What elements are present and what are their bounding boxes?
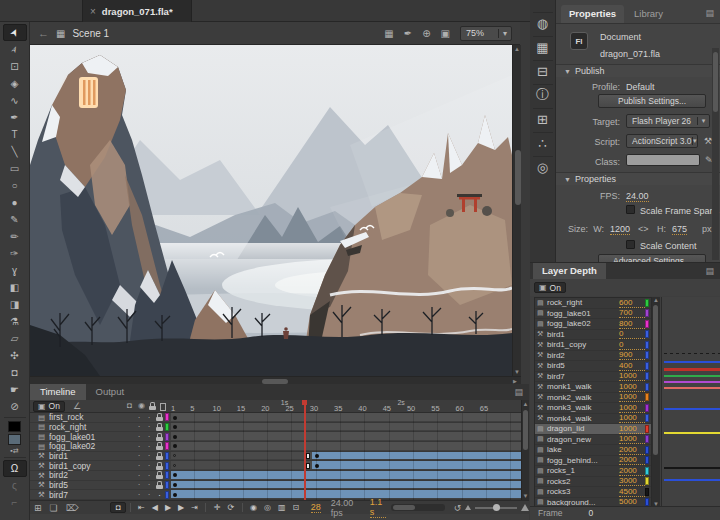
ink-bottle-tool[interactable]: ◨ (3, 296, 27, 313)
motion-presets-panel-icon[interactable]: ∴ (533, 132, 553, 150)
timeline-zoom-slider[interactable] (475, 507, 517, 509)
width-value[interactable]: 1200 (610, 224, 630, 235)
delete-layer-button[interactable]: ⌦ (62, 503, 83, 513)
layer-frames-row[interactable] (171, 432, 521, 442)
center-stage-icon[interactable]: ⊕ (419, 28, 433, 39)
tab-timeline[interactable]: Timeline (30, 384, 86, 400)
oval-tool[interactable]: ○ (3, 177, 27, 194)
layer-depth-row[interactable]: ▤fogg_behind...2000 (535, 456, 651, 467)
camera-toggle[interactable]: · (134, 422, 144, 431)
stage-canvas[interactable] (30, 45, 512, 376)
loop-button[interactable]: ⟳ (224, 503, 238, 512)
layer-depth-value[interactable]: 2000 (619, 466, 645, 476)
layer-depth-color-chip[interactable] (645, 330, 649, 338)
camera-toggle[interactable]: · (134, 480, 144, 489)
layer-depth-color-chip[interactable] (645, 362, 649, 370)
layer-depth-color-chip[interactable] (645, 320, 649, 328)
document-tab[interactable]: × dragon_071.fla* (82, 0, 192, 22)
paint-brush-tool[interactable]: ✑ (3, 245, 27, 262)
layer-row[interactable]: ⚒bird7··· (30, 490, 171, 500)
layer-depth-value[interactable]: 1000 (619, 382, 645, 392)
lock-toggle[interactable] (154, 452, 165, 460)
edit-scene-icon[interactable]: ▦ (381, 28, 396, 39)
object-drawing-toggle[interactable]: Ω (3, 460, 27, 477)
frame-rate-label[interactable]: 24.00 fps (331, 498, 362, 518)
layer-depth-color-chip[interactable] (645, 351, 649, 359)
zoom-out-frames-icon[interactable] (465, 505, 471, 510)
back-arrow-icon[interactable]: ← (38, 27, 49, 39)
camera-toggle[interactable]: · (134, 451, 144, 460)
new-folder-button[interactable]: ❏ (46, 503, 62, 513)
layer-depth-color-chip[interactable] (645, 435, 649, 443)
visibility-toggle[interactable]: · (144, 461, 154, 470)
layer-depth-value[interactable]: 1000 (619, 424, 645, 434)
visibility-toggle[interactable]: · (144, 432, 154, 441)
layer-depth-row[interactable]: ▤rocks_12000 (535, 466, 651, 477)
layer-depth-value[interactable]: 600 (619, 298, 645, 308)
layer-depth-value[interactable]: 2000 (619, 445, 645, 455)
lock-toggle[interactable] (154, 462, 165, 470)
oval-primitive-tool[interactable]: ● (3, 194, 27, 211)
camera-toggle[interactable]: · (134, 442, 144, 451)
edit-multiple-frames-button[interactable]: ▥ (275, 503, 290, 512)
layer-depth-row[interactable]: ▤rocks23000 (535, 477, 651, 488)
layer-depth-row[interactable]: ⚒bird71000 (535, 372, 651, 383)
visibility-toggle[interactable]: · (144, 471, 154, 480)
layer-frames-row[interactable] (171, 471, 521, 481)
visibility-toggle[interactable]: · (144, 490, 154, 499)
layer-depth-color-chip[interactable] (645, 488, 649, 496)
layer-depth-panel-menu-icon[interactable]: ▤ (705, 266, 714, 276)
layer-depth-row[interactable]: ⚒monk4_walk1000 (535, 414, 651, 425)
lock-toggle[interactable] (154, 423, 165, 431)
selection-tool[interactable]: ➤ (3, 24, 27, 41)
layer-depth-on-button[interactable]: ▣ On (534, 282, 566, 293)
layer-depth-value[interactable]: 2000 (619, 455, 645, 465)
camera-tool[interactable]: ◘ (3, 364, 27, 381)
layer-depth-value[interactable]: 0 (619, 329, 645, 339)
visibility-toggle[interactable]: · (144, 451, 154, 460)
lock-toggle[interactable] (154, 471, 165, 479)
layer-depth-row[interactable]: ▤rock_right600 (535, 298, 651, 309)
smooth-option[interactable]: ς (3, 477, 27, 494)
layer-depth-color-chip[interactable] (645, 425, 649, 433)
layer-depth-row[interactable]: ⚒bird1_copy0 (535, 340, 651, 351)
transform-panel-icon[interactable]: ⊞ (533, 108, 553, 126)
align-panel-icon[interactable]: ⊟ (533, 60, 553, 78)
fill-color-swatch[interactable] (8, 434, 21, 445)
timeline-vertical-scrollbar[interactable]: ▲ ▼ (521, 400, 529, 500)
stage-horizontal-scrollbar[interactable]: ▶ (30, 376, 521, 384)
wrench-icon[interactable]: ⚒ (704, 136, 712, 146)
timeline-panel-menu-icon[interactable]: ▤ (514, 387, 523, 397)
layer-depth-row[interactable]: ▤dragon_new1000 (535, 435, 651, 446)
class-input[interactable] (626, 154, 700, 166)
layer-depth-color-chip[interactable] (645, 467, 649, 475)
layer-depth-row[interactable]: ▤rocks34500 (535, 487, 651, 498)
reset-timeline-zoom-icon[interactable]: ↺ (450, 503, 466, 513)
stage-vertical-scrollbar[interactable]: ▲ ▼ (512, 45, 521, 376)
scale-frame-spans-checkbox[interactable] (626, 205, 635, 214)
center-frame-button[interactable]: ✛ (210, 503, 224, 512)
edit-symbols-icon[interactable]: ✒ (401, 28, 415, 39)
layer-depth-value[interactable]: 1000 (619, 434, 645, 444)
camera-toggle[interactable]: · (134, 413, 144, 422)
lasso-tool[interactable]: ∿ (3, 92, 27, 109)
outline-column-icon[interactable] (160, 403, 166, 413)
layer-depth-color-chip[interactable] (645, 341, 649, 349)
lock-toggle[interactable]: · (154, 490, 165, 500)
layer-frames-row[interactable] (171, 452, 521, 462)
advanced-layers-on-button[interactable]: ▣ On (33, 401, 65, 412)
play-button[interactable]: ▶ (161, 503, 174, 512)
layer-depth-color-chip[interactable] (645, 383, 649, 391)
layer-depth-row[interactable]: ▤lake2000 (535, 445, 651, 456)
layer-depth-value[interactable]: 0 (619, 340, 645, 350)
layer-outline-color-chip[interactable] (165, 442, 169, 450)
camera-column-icon[interactable]: ◘ (127, 401, 132, 410)
layer-depth-color-chip[interactable] (645, 456, 649, 464)
layer-depth-value[interactable]: 3000 (619, 476, 645, 486)
elapsed-time-value[interactable]: 1.1 s (370, 497, 386, 518)
swatches-panel-icon[interactable]: ▦ (533, 36, 553, 54)
pencil-tool[interactable]: ✎ (3, 211, 27, 228)
paint-bucket-tool[interactable]: ◧ (3, 279, 27, 296)
camera-toggle[interactable]: · (134, 461, 144, 470)
eraser-tool[interactable]: ▱ (3, 330, 27, 347)
